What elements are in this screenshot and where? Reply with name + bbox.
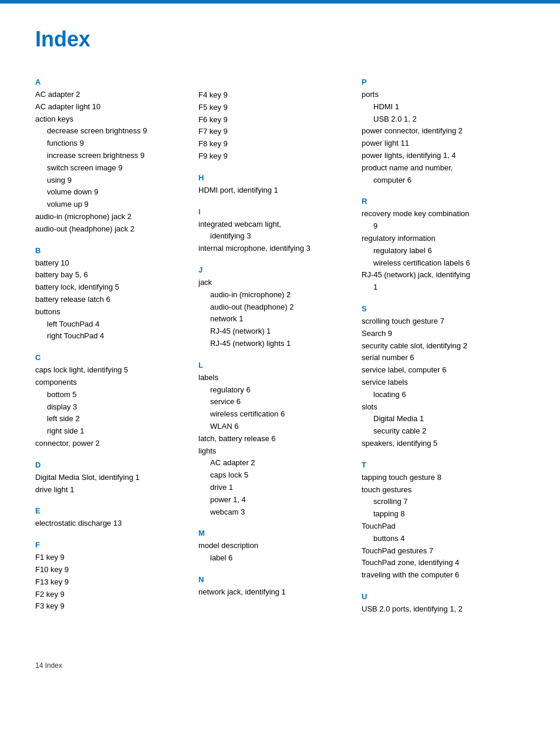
index-entry: HDMI port, identifying 1 [198,184,350,197]
index-entry: regulatory information [362,233,513,245]
section-letter: C [35,353,187,362]
section-letter: E [35,506,187,515]
index-entry: F1 key 9 [35,552,187,564]
index-entry: speakers, identifying 5 [362,438,513,450]
index-entry: TouchPad zone, identifying 4 [362,557,513,569]
index-entry: scrolling 7 [362,496,513,508]
index-section: HHDMI port, identifying 1 [198,173,350,197]
section-letter: P [362,78,513,86]
index-entry: bottom 5 [35,389,187,401]
column-1: AAC adapter 2AC adapter light 10action k… [35,78,198,626]
index-entry: touch gestures [362,484,513,496]
section-letter: H [198,173,350,182]
index-section: Jjackaudio-in (microphone) 2audio-out (h… [198,266,350,350]
index-entry: F9 key 9 [198,150,350,163]
index-entry: integrated webcam light, [198,219,350,231]
index-entry: functions 9 [35,137,187,150]
index-entry: TouchPad gestures 7 [362,545,513,557]
index-section: Nnetwork jack, identifying 1 [198,575,350,599]
index-entry: F8 key 9 [198,138,350,150]
column-3: PportsHDMI 1USB 2.0 1, 2power connector,… [362,78,525,626]
index-entry: switch screen image 9 [35,162,187,174]
index-entry: internal microphone, identifying 3 [198,243,350,255]
section-letter: A [35,78,187,86]
section-letter: I [198,207,350,216]
index-entry: RJ-45 (network) lights 1 [198,338,350,350]
index-entry: tapping 8 [362,508,513,520]
index-entry: increase screen brightness 9 [35,150,187,162]
index-section: Ttapping touch gesture 8touch gesturessc… [362,461,513,582]
index-entry: label 6 [198,552,350,564]
index-entry: network 1 [198,313,350,325]
index-entry: tapping touch gesture 8 [362,472,513,484]
index-entry: caps lock light, identifying 5 [35,364,187,377]
page-footer: 14 Index [35,661,525,670]
index-entry: F2 key 9 [35,589,187,601]
index-entry: product name and number, [362,162,513,174]
index-section: UUSB 2.0 ports, identifying 1, 2 [362,592,513,616]
index-section: Mmodel descriptionlabel 6 [198,529,350,564]
index-entry: service label, computer 6 [362,364,513,377]
index-entry: RJ-45 (network) 1 [198,325,350,338]
index-entry: drive light 1 [35,484,187,496]
index-entry: F4 key 9 [198,89,350,102]
index-entry: service labels [362,377,513,389]
section-letter: J [198,266,350,274]
section-letter: N [198,575,350,584]
index-entry: decrease screen brightness 9 [35,125,187,137]
index-section: FF1 key 9F10 key 9F13 key 9F2 key 9F3 ke… [35,540,187,613]
index-entry: regulatory label 6 [362,245,513,257]
index-entry: battery lock, identifying 5 [35,281,187,294]
section-letter: U [362,592,513,601]
index-section: DDigital Media Slot, identifying 1drive … [35,461,187,496]
index-entry: slots [362,401,513,414]
section-letter: F [35,540,187,549]
index-content: AAC adapter 2AC adapter light 10action k… [35,78,525,626]
index-entry: F10 key 9 [35,564,187,576]
index-entry: service 6 [198,396,350,408]
index-entry: computer 6 [362,174,513,187]
index-entry: wireless certification 6 [198,408,350,421]
index-entry: 1 [362,281,513,294]
index-entry: connector, power 2 [35,438,187,450]
index-entry: using 9 [35,174,187,187]
index-entry: power connector, identifying 2 [362,125,513,137]
index-entry: AC adapter 2 [35,89,187,101]
index-entry: Digital Media Slot, identifying 1 [35,472,187,484]
index-entry: locating 6 [362,389,513,401]
index-section: Iintegrated webcam light,identifying 3in… [198,207,350,255]
index-entry: audio-out (headphone) 2 [198,301,350,314]
index-entry: audio-in (microphone) 2 [198,289,350,301]
index-entry: ports [362,89,513,101]
index-entry: battery 10 [35,257,187,270]
index-entry: volume down 9 [35,186,187,199]
index-entry: volume up 9 [35,199,187,211]
index-entry: F7 key 9 [198,126,350,138]
page-container: Index AAC adapter 2AC adapter light 10ac… [0,4,560,705]
index-entry: right side 1 [35,425,187,438]
index-entry: security cable 2 [362,425,513,438]
index-entry: model description [198,540,350,552]
index-entry: wireless certification labels 6 [362,257,513,270]
index-entry: HDMI 1 [362,101,513,113]
index-entry: left TouchPad 4 [35,318,187,331]
index-entry: labels [198,372,350,384]
index-entry: TouchPad [362,520,513,533]
index-entry: Digital Media 1 [362,413,513,425]
index-entry: 9 [362,220,513,233]
index-entry: traveling with the computer 6 [362,569,513,582]
index-entry: components [35,377,187,389]
index-entry: serial number 6 [362,352,513,364]
index-entry: F3 key 9 [35,600,187,613]
index-entry: jack [198,277,350,289]
index-section: AAC adapter 2AC adapter light 10action k… [35,78,187,236]
index-entry: RJ-45 (network) jack, identifying [362,269,513,281]
index-section: Rrecovery mode key combination9regulator… [362,197,513,294]
index-entry: drive 1 [198,482,350,494]
index-entry: display 3 [35,401,187,414]
index-entry: caps lock 5 [198,469,350,482]
index-entry: AC adapter 2 [198,457,350,469]
section-letter: M [198,529,350,537]
index-entry: battery bay 5, 6 [35,269,187,281]
index-section: Bbattery 10battery bay 5, 6battery lock,… [35,246,187,343]
